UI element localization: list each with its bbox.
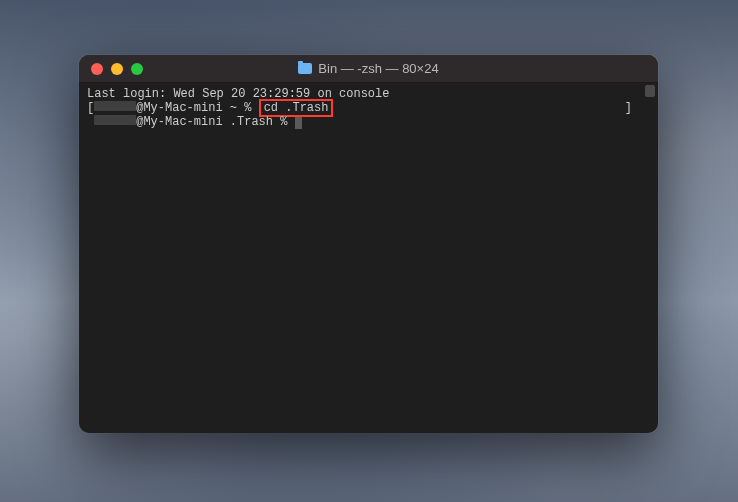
- maximize-button[interactable]: [131, 63, 143, 75]
- traffic-lights: [79, 63, 143, 75]
- prompt-host-2: @My-Mac-mini .Trash %: [136, 115, 294, 129]
- titlebar[interactable]: Bin — -zsh — 80×24: [79, 55, 658, 83]
- title-center: Bin — -zsh — 80×24: [79, 61, 658, 76]
- bracket-left: [: [87, 101, 94, 115]
- bracket-right: ]: [625, 101, 632, 115]
- terminal-line-1: Last login: Wed Sep 20 23:29:59 on conso…: [87, 87, 650, 101]
- window-title: Bin — -zsh — 80×24: [318, 61, 438, 76]
- minimize-button[interactable]: [111, 63, 123, 75]
- terminal-window[interactable]: Bin — -zsh — 80×24 Last login: Wed Sep 2…: [79, 55, 658, 433]
- last-login-text: Last login: Wed Sep 20 23:29:59 on conso…: [87, 87, 389, 101]
- redacted-user-2: [94, 115, 136, 125]
- prompt-host-1: @My-Mac-mini ~ %: [136, 101, 258, 115]
- terminal-content[interactable]: Last login: Wed Sep 20 23:29:59 on conso…: [79, 83, 658, 433]
- terminal-line-2: [@My-Mac-mini ~ % cd .Trash]: [87, 101, 650, 115]
- terminal-line-3: @My-Mac-mini .Trash %: [87, 115, 650, 129]
- folder-icon: [298, 63, 312, 74]
- cursor: [295, 117, 302, 129]
- redacted-user: [94, 101, 136, 111]
- command-text: cd .Trash: [264, 101, 329, 115]
- close-button[interactable]: [91, 63, 103, 75]
